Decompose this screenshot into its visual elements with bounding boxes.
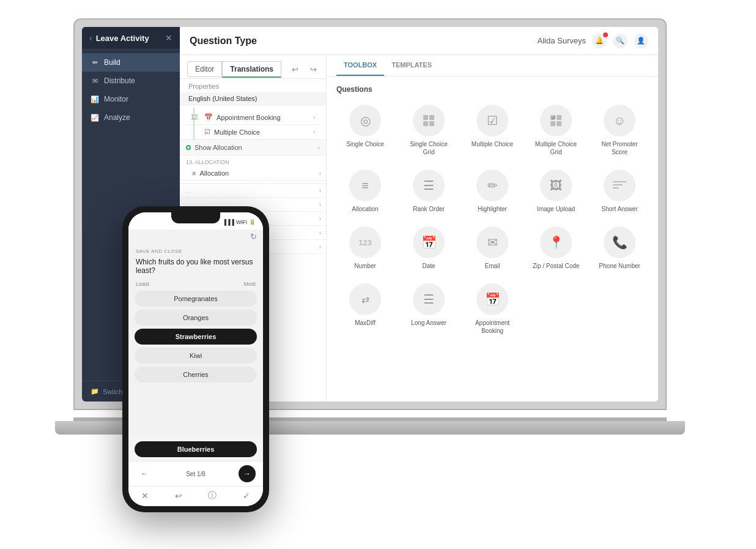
user-icon[interactable]: 👤 [634, 34, 648, 48]
phone: ▐▐▐ WiFi 🔋 ↻ SAVE AND CLOSE Which fruits… [122, 206, 269, 512]
phone-option[interactable]: Kiwi [135, 348, 257, 364]
topbar: Question Type Alida Surveys 🔔 🔍 👤 [180, 27, 658, 55]
maxdiff-icon: ⇄ [349, 283, 381, 315]
list-item[interactable]: 12. 📅 Appointment Booking › [186, 110, 320, 125]
sidebar-item-distribute[interactable]: ✉ Distribute [82, 72, 180, 90]
phone-option[interactable]: Cherries [135, 367, 257, 383]
question-item-rank-order[interactable]: ☰ Rank Order [400, 166, 458, 217]
sidebar-item-monitor[interactable]: 📊 Monitor [82, 90, 180, 108]
item-icon: ☑ [204, 128, 210, 136]
question-label: MaxDiff [355, 319, 376, 327]
wifi-icon: WiFi [236, 219, 247, 225]
build-icon: ✏ [91, 59, 99, 67]
question-item-number[interactable]: 123 Number [336, 223, 394, 274]
email-icon: ✉ [476, 226, 508, 258]
section-label: Show Allocation [195, 144, 242, 151]
question-item-phone[interactable]: 📞 Phone Number [591, 223, 648, 274]
question-label: Phone Number [599, 262, 640, 270]
scale-left-label: Least [136, 281, 149, 287]
question-item-short-answer[interactable]: Short Answer [591, 166, 648, 217]
question-label: Rank Order [413, 205, 445, 213]
highlighter-icon: ✏ [476, 170, 508, 201]
next-button[interactable]: → [239, 465, 256, 482]
phone-option[interactable]: Pomegranates [135, 291, 257, 307]
question-label: Short Answer [601, 205, 637, 213]
item-number: 12. [191, 114, 201, 121]
item-text: Appointment Booking [217, 114, 309, 121]
question-item-nps[interactable]: ☺ Net Promoter Score [591, 101, 648, 160]
svg-rect-1 [429, 115, 434, 120]
question-item-single-choice-grid[interactable]: Single Choice Grid [400, 101, 458, 160]
svg-rect-6 [550, 121, 555, 126]
svg-rect-8 [613, 181, 626, 182]
question-item-date[interactable]: 📅 Date [400, 223, 458, 274]
editor-tab[interactable]: Editor [187, 61, 222, 77]
monitor-icon: 📊 [91, 95, 99, 103]
notifications-icon[interactable]: 🔔 [592, 34, 607, 48]
svg-rect-9 [613, 184, 623, 185]
question-item-maxdiff[interactable]: ⇄ MaxDiff [336, 280, 394, 338]
phone-scale-row: Least Most [128, 280, 263, 291]
translations-tab[interactable]: Translations [222, 61, 281, 78]
topbar-brand: Alida Surveys [538, 36, 586, 45]
phone-icon: 📞 [604, 226, 636, 258]
question-item-long-answer[interactable]: ☰ Long Answer [400, 280, 458, 338]
short-answer-icon [604, 170, 636, 201]
right-panel: TOOLBOX TEMPLATES Questions ◎ Single Cho… [327, 55, 658, 401]
language-selector[interactable]: English (United States) [180, 92, 326, 105]
svg-rect-2 [423, 121, 428, 126]
refresh-icon[interactable]: ↻ [250, 232, 257, 241]
list-item[interactable]: ☑ Multiple Choice › [186, 125, 320, 140]
section-dot [186, 145, 191, 150]
properties-label: Properties [180, 79, 326, 92]
question-item-appointment-booking[interactable]: 📅 Appointment Booking [464, 280, 521, 338]
back-icon[interactable]: ‹ [89, 33, 92, 43]
question-grid: ◎ Single Choice Single Choice Grid [336, 101, 648, 338]
appointment-booking-icon: 📅 [476, 283, 508, 315]
chevron-right-icon: › [318, 144, 320, 151]
close-footer-icon[interactable]: ✕ [141, 491, 149, 501]
list-item[interactable]: ... › [180, 183, 326, 198]
question-item-single-choice[interactable]: ◎ Single Choice [336, 101, 394, 160]
question-item-highlighter[interactable]: ✏ Highlighter [464, 166, 521, 217]
check-footer-icon[interactable]: ✓ [243, 491, 250, 501]
question-item-allocation[interactable]: ≡ Allocation [336, 166, 394, 217]
number-icon: 123 [349, 226, 381, 258]
item-text: Allocation [199, 170, 315, 177]
back-footer-icon[interactable]: ↩ [175, 491, 182, 501]
phone-bottom-bar: ← Set 1/8 → [128, 461, 263, 486]
single-choice-grid-icon [413, 105, 445, 136]
switch-label: Switch [103, 388, 122, 395]
rank-order-icon: ☰ [413, 170, 445, 201]
question-item-zip[interactable]: 📍 Zip / Postal Code [527, 223, 585, 274]
scene: ‹ Leave Activity ✕ ✏ Build ✉ Distribute [0, 0, 756, 549]
phone-option-selected[interactable]: Strawberries [135, 329, 257, 345]
undo-icon[interactable]: ↩ [287, 62, 302, 77]
back-button[interactable]: ← [136, 465, 153, 482]
signal-icon: ▐▐▐ [223, 219, 234, 225]
chevron-right-icon: › [319, 215, 321, 222]
question-label: Number [354, 262, 376, 270]
search-icon[interactable]: 🔍 [613, 34, 628, 48]
phone-option-blueberries[interactable]: Blueberries [135, 441, 257, 457]
zip-icon: 📍 [540, 226, 572, 258]
close-icon[interactable]: ✕ [165, 33, 172, 43]
item-icon: ≡ [192, 170, 196, 177]
question-item-multiple-choice[interactable]: ☑ Multiple Choice [464, 101, 521, 160]
list-item[interactable]: ≡ Allocation › [180, 166, 326, 181]
redo-icon[interactable]: ↪ [306, 62, 321, 77]
scale-right-label: Most [243, 281, 256, 287]
section-header[interactable]: Show Allocation › [180, 140, 326, 155]
sidebar-item-build[interactable]: ✏ Build [82, 53, 180, 72]
question-item-image-upload[interactable]: 🖼 Image Upload [527, 166, 585, 217]
phone-option[interactable]: Oranges [135, 310, 257, 326]
tab-templates[interactable]: TEMPLATES [384, 55, 439, 76]
info-footer-icon[interactable]: ⓘ [208, 490, 217, 501]
question-label: Long Answer [411, 319, 447, 327]
tab-toolbox[interactable]: TOOLBOX [336, 55, 384, 76]
sidebar-item-analyze[interactable]: 📈 Analyze [82, 108, 180, 127]
question-item-email[interactable]: ✉ Email [464, 223, 521, 274]
svg-rect-3 [429, 121, 434, 126]
question-item-multiple-choice-grid[interactable]: Multiple Choice Grid [527, 101, 585, 160]
svg-rect-7 [557, 121, 561, 126]
